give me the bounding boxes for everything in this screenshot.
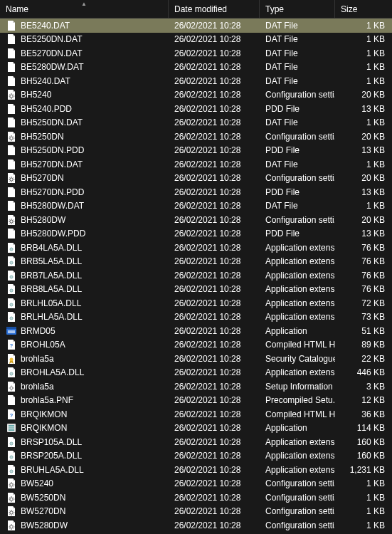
table-row[interactable]: BW524026/02/2021 10:28Configuration sett…	[0, 477, 392, 491]
table-row[interactable]: ?BROHL05A26/02/2021 10:28Compiled HTML H…	[0, 338, 392, 352]
table-row[interactable]: ?BRQIKMON26/02/2021 10:28Compiled HTML H…	[0, 407, 392, 422]
cell-size: 89 KB	[335, 340, 391, 350]
cell-name: BH5280DW.PDD	[0, 228, 169, 239]
cell-date: 26/02/2021 10:28	[169, 76, 260, 86]
cell-date: 26/02/2021 10:28	[169, 117, 260, 127]
table-row[interactable]: BRB5LA5A.DLL26/02/2021 10:28Application …	[0, 255, 392, 269]
cell-date: 26/02/2021 10:28	[169, 201, 260, 211]
cell-date: 26/02/2021 10:28	[169, 312, 260, 322]
file-icon	[6, 117, 17, 128]
table-row[interactable]: BH5280DW.DAT26/02/2021 10:28DAT File1 KB	[0, 199, 392, 214]
table-row[interactable]: BW5270DN26/02/2021 10:28Configuration se…	[0, 505, 392, 519]
table-row[interactable]: BH5250DN.DAT26/02/2021 10:28DAT File1 KB	[0, 116, 392, 130]
cell-type: PDD File	[260, 145, 335, 155]
table-row[interactable]: BH5240.PDD26/02/2021 10:28PDD File13 KB	[0, 102, 392, 116]
column-header-name[interactable]: Name ▲	[0, 0, 169, 18]
cell-name: BH5240.DAT	[0, 75, 169, 87]
cell-size: 13 KB	[335, 145, 391, 155]
table-row[interactable]: BW5280DW26/02/2021 10:28Configuration se…	[0, 518, 392, 533]
file-icon	[6, 103, 17, 115]
cell-name: BE5240.DAT	[0, 20, 169, 31]
file-icon	[6, 61, 17, 73]
cell-size: 1 KB	[335, 117, 391, 127]
table-row[interactable]: BROHLA5A.DLL26/02/2021 10:28Application …	[0, 366, 392, 380]
table-row[interactable]: BW5250DN26/02/2021 10:28Configuration se…	[0, 491, 392, 505]
cell-size: 76 KB	[335, 256, 391, 266]
app-icon	[6, 325, 17, 337]
table-row[interactable]: BRB8LA5A.DLL26/02/2021 10:28Application …	[0, 283, 392, 297]
file-name: BRQIKMON	[21, 409, 67, 419]
svg-point-15	[11, 318, 12, 319]
table-row[interactable]: BRQIKMON26/02/2021 10:28Application114 K…	[0, 422, 392, 436]
table-row[interactable]: BRB4LA5A.DLL26/02/2021 10:28Application …	[0, 241, 392, 255]
cell-date: 26/02/2021 10:28	[169, 48, 260, 58]
table-row[interactable]: brohla5a26/02/2021 10:28Setup Informatio…	[0, 379, 392, 394]
table-row[interactable]: BH5280DW.PDD26/02/2021 10:28PDD File13 K…	[0, 227, 392, 241]
table-row[interactable]: BRUHLA5A.DLL26/02/2021 10:28Application …	[0, 463, 392, 477]
column-header-type[interactable]: Type	[260, 0, 335, 18]
table-row[interactable]: BRSP205A.DLL26/02/2021 10:28Application …	[0, 449, 392, 464]
cell-date: 26/02/2021 10:28	[169, 298, 260, 308]
cell-type: Compiled HTML H...	[260, 340, 335, 350]
cell-name: BE5270DN.DAT	[0, 48, 169, 59]
table-row[interactable]: BRSP105A.DLL26/02/2021 10:28Application …	[0, 435, 392, 449]
svg-point-20	[10, 357, 14, 361]
svg-point-11	[11, 290, 12, 291]
table-row[interactable]: BRMD0526/02/2021 10:28Application51 KB	[0, 324, 392, 338]
column-header-size[interactable]: Size	[335, 0, 391, 18]
cell-size: 1 KB	[335, 478, 391, 488]
cell-date: 26/02/2021 10:28	[169, 451, 260, 461]
gear-icon	[6, 492, 17, 503]
table-row[interactable]: BE5280DW.DAT26/02/2021 10:28DAT File1 KB	[0, 61, 392, 75]
cell-date: 26/02/2021 10:28	[169, 520, 260, 530]
table-row[interactable]: BE5270DN.DAT26/02/2021 10:28DAT File1 KB	[0, 46, 392, 61]
table-row[interactable]: BH5270DN26/02/2021 10:28Configuration se…	[0, 172, 392, 186]
cell-size: 1 KB	[335, 493, 391, 503]
file-name: BH5250DN.DAT	[21, 117, 83, 127]
cell-size: 12 KB	[335, 395, 391, 405]
cell-date: 26/02/2021 10:28	[169, 493, 260, 503]
table-row[interactable]: BRLHLA5A.DLL26/02/2021 10:28Application …	[0, 310, 392, 325]
file-name: BE5250DN.DAT	[21, 34, 82, 44]
file-name: BH5240.PDD	[21, 104, 72, 114]
cell-type: Application extens...	[260, 437, 335, 447]
table-row[interactable]: BH5280DW26/02/2021 10:28Configuration se…	[0, 213, 392, 227]
cell-date: 26/02/2021 10:28	[169, 382, 260, 392]
table-row[interactable]: BH5270DN.PDD26/02/2021 10:28PDD File13 K…	[0, 185, 392, 199]
file-name: BRB7LA5A.DLL	[21, 271, 82, 281]
table-row[interactable]: BE5240.DAT26/02/2021 10:28DAT File1 KB	[0, 19, 392, 33]
svg-point-34	[11, 471, 12, 472]
gear-icon	[6, 214, 17, 226]
table-row[interactable]: BH5270DN.DAT26/02/2021 10:28DAT File1 KB	[0, 157, 392, 172]
svg-point-9	[11, 276, 12, 278]
dll-icon	[6, 464, 17, 476]
cell-type: PDD File	[260, 229, 335, 239]
gear-icon	[6, 506, 17, 517]
table-row[interactable]: BH524026/02/2021 10:28Configuration sett…	[0, 88, 392, 103]
cell-type: DAT File	[260, 201, 335, 211]
table-row[interactable]: BH5250DN26/02/2021 10:28Configuration se…	[0, 130, 392, 144]
cell-name: BRB8LA5A.DLL	[0, 283, 169, 295]
cell-name: BW5250DN	[0, 492, 169, 503]
cell-name: brohla5a.PNF	[0, 394, 169, 406]
cell-size: 73 KB	[335, 312, 391, 322]
table-row[interactable]: BH5250DN.PDD26/02/2021 10:28PDD File13 K…	[0, 144, 392, 158]
table-row[interactable]: BRB7LA5A.DLL26/02/2021 10:28Application …	[0, 268, 392, 283]
table-row[interactable]: BRLHL05A.DLL26/02/2021 10:28Application …	[0, 296, 392, 310]
file-name: BH5270DN.PDD	[21, 187, 84, 197]
app2-icon	[6, 422, 17, 434]
table-row[interactable]: BE5250DN.DAT26/02/2021 10:28DAT File1 KB	[0, 33, 392, 47]
file-name: BRSP205A.DLL	[21, 451, 82, 461]
dll-icon	[6, 436, 17, 448]
cell-name: BRQIKMON	[0, 422, 169, 434]
cell-type: DAT File	[260, 76, 335, 86]
table-row[interactable]: brohla5a26/02/2021 10:28Security Catalog…	[0, 352, 392, 366]
column-header-date[interactable]: Date modified	[169, 0, 260, 18]
file-icon	[6, 145, 17, 156]
chm-icon: ?	[6, 339, 17, 350]
chm-icon: ?	[6, 409, 17, 420]
svg-point-13	[11, 304, 12, 305]
table-row[interactable]: BH5240.DAT26/02/2021 10:28DAT File1 KB	[0, 74, 392, 88]
dll-icon	[6, 367, 17, 378]
table-row[interactable]: brohla5a.PNF26/02/2021 10:28Precompiled …	[0, 394, 392, 408]
